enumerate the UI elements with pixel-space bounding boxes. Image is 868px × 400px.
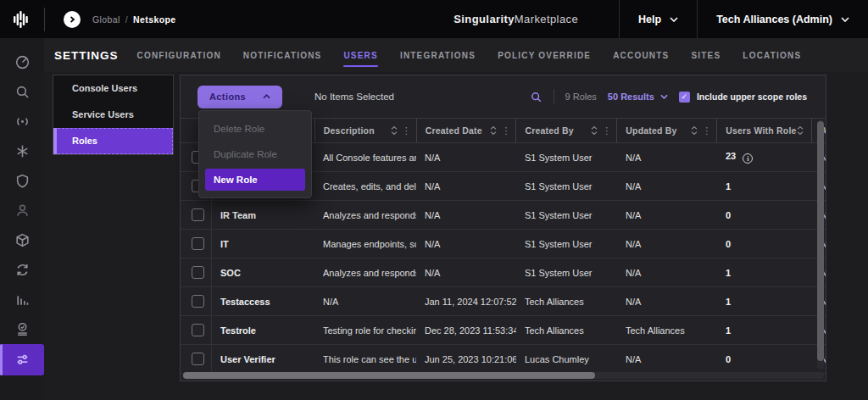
role-description: Analyzes and responds t...: [314, 210, 416, 220]
settings-nav: SETTINGS CONFIGURATION NOTIFICATIONS USE…: [44, 38, 868, 72]
column-menu-icon[interactable]: ⋮: [602, 126, 611, 136]
actions-button[interactable]: Actions: [198, 86, 282, 108]
header-created-by[interactable]: Created By ⋮: [515, 119, 616, 142]
search-icon: [14, 84, 31, 100]
tab-integrations[interactable]: INTEGRATIONS: [400, 47, 476, 64]
brand-light: Marketplace: [515, 13, 578, 25]
breadcrumb-site[interactable]: Netskope: [133, 14, 175, 25]
row-checkbox[interactable]: [192, 295, 204, 308]
breadcrumb-scope[interactable]: Global: [92, 14, 120, 25]
sort-icon[interactable]: [391, 126, 398, 135]
row-checkbox[interactable]: [192, 353, 204, 365]
tab-accounts[interactable]: ACCOUNTS: [613, 47, 669, 64]
updated-by: Tech Alliances: [617, 325, 717, 336]
header-description[interactable]: Description ⋮: [314, 119, 416, 142]
sort-icon[interactable]: [691, 126, 698, 135]
breadcrumb[interactable]: Global / Netskope: [92, 14, 176, 25]
created-date: N/A: [416, 210, 516, 220]
subnav-item-roles[interactable]: Roles: [53, 128, 173, 154]
created-by: S1 System User: [516, 153, 617, 163]
table-row[interactable]: IT Manages endpoints, sco... N/A S1 Syst…: [181, 230, 826, 258]
created-date: N/A: [416, 268, 516, 278]
menu-item-delete-role[interactable]: Delete Role: [199, 116, 311, 142]
sidebar-item-settings[interactable]: [0, 344, 44, 375]
updated-by: N/A: [617, 268, 717, 278]
sort-icon[interactable]: [591, 126, 598, 135]
column-menu-icon[interactable]: ⋮: [501, 126, 510, 136]
role-description: Creates, edits, and delet...: [314, 181, 416, 192]
table-row[interactable]: Testaccess N/A Jan 11, 2024 12:07:52 Tec…: [181, 287, 826, 316]
tab-locations[interactable]: LOCATIONS: [743, 47, 801, 64]
horizontal-scrollbar-thumb[interactable]: [183, 372, 595, 379]
settings-sliders-icon: [14, 352, 31, 368]
role-name: Testrole: [211, 316, 314, 344]
chevron-up-icon: [263, 94, 270, 99]
tab-configuration[interactable]: CONFIGURATION: [137, 47, 221, 64]
account-menu[interactable]: Tech Alliances (Admin): [698, 0, 868, 38]
help-label: Help: [638, 14, 661, 25]
row-checkbox[interactable]: [192, 237, 204, 250]
row-checkbox[interactable]: [192, 266, 204, 279]
table-row[interactable]: SOC Analyzes and responds t... N/A S1 Sy…: [181, 258, 826, 287]
sidebar-item-scheduled[interactable]: [0, 314, 44, 344]
sidebar-item-reports[interactable]: [0, 285, 44, 314]
column-menu-icon[interactable]: ⋮: [702, 126, 711, 136]
table-row[interactable]: User Verifier This role can see the use.…: [181, 345, 826, 374]
singularity-spark-icon: [14, 143, 31, 159]
sort-icon[interactable]: [797, 126, 804, 135]
info-icon[interactable]: i: [743, 153, 753, 164]
sort-icon[interactable]: [490, 126, 497, 135]
results-dropdown[interactable]: 50 Results: [608, 92, 668, 102]
vertical-scrollbar-thumb[interactable]: [817, 121, 824, 361]
help-menu[interactable]: Help: [620, 0, 697, 38]
dashboard-gauge-icon: [14, 54, 31, 70]
tab-policy-override[interactable]: POLICY OVERRIDE: [498, 47, 591, 64]
column-label: Created By: [525, 125, 573, 136]
users-with-role: 23: [726, 151, 736, 161]
table-row[interactable]: Testrole Testing role for checking... De…: [181, 316, 826, 345]
header-created-date[interactable]: Created Date ⋮: [416, 119, 516, 142]
users-with-role: 0: [726, 354, 731, 364]
horizontal-scrollbar[interactable]: [182, 372, 824, 379]
users-with-role: 1: [726, 181, 731, 192]
table-row[interactable]: IR Team Analyzes and responds t... N/A S…: [181, 201, 826, 230]
tab-users[interactable]: USERS: [343, 47, 377, 64]
toolbar-right: 9 Roles 50 Results ✓ Include upper scope…: [530, 89, 817, 104]
search-icon[interactable]: [530, 91, 542, 103]
scope-expand-button[interactable]: [64, 11, 81, 28]
row-checkbox[interactable]: [192, 208, 204, 221]
users-with-role: 1: [726, 325, 731, 336]
checkbox-checked[interactable]: ✓: [679, 92, 690, 103]
header-users-with-role[interactable]: Users With Role ⋮: [716, 119, 811, 142]
role-name: IR Team: [211, 201, 314, 229]
scheduled-reports-icon: [14, 321, 31, 337]
subnav-item-service-users[interactable]: Service Users: [53, 102, 173, 128]
row-checkbox[interactable]: [192, 324, 204, 336]
header-updated-by[interactable]: Updated By ⋮: [616, 119, 716, 142]
created-by: S1 System User: [516, 181, 617, 192]
menu-item-new-role[interactable]: New Role: [205, 169, 305, 191]
vertical-scrollbar[interactable]: [817, 119, 824, 369]
tab-sites[interactable]: SITES: [691, 47, 721, 64]
page-title: SETTINGS: [54, 49, 119, 62]
sidebar-item-network[interactable]: [0, 107, 44, 136]
sentinelone-logo[interactable]: [0, 8, 44, 31]
sidebar-item-users[interactable]: [0, 196, 44, 225]
created-date: N/A: [416, 153, 516, 163]
menu-item-duplicate-role[interactable]: Duplicate Role: [199, 142, 311, 167]
sidebar-item-policy[interactable]: [0, 166, 44, 196]
sidebar-item-search[interactable]: [0, 77, 44, 107]
include-upper-scope-checkbox[interactable]: ✓ Include upper scope roles: [679, 92, 807, 103]
column-menu-icon[interactable]: ⋮: [402, 126, 411, 136]
updated-by: N/A: [617, 210, 717, 220]
topbar-divider: [44, 8, 45, 31]
created-by: S1 System User: [516, 239, 617, 249]
tab-notifications[interactable]: NOTIFICATIONS: [243, 47, 322, 64]
sidebar-item-packages[interactable]: [0, 225, 44, 255]
sidebar-item-sync[interactable]: [0, 255, 44, 285]
column-label: Description: [324, 125, 375, 136]
chevron-down-icon: [660, 94, 668, 99]
sidebar-item-singularity[interactable]: [0, 136, 44, 166]
sidebar-item-dashboard[interactable]: [0, 47, 44, 77]
subnav-item-console-users[interactable]: Console Users: [53, 75, 173, 102]
